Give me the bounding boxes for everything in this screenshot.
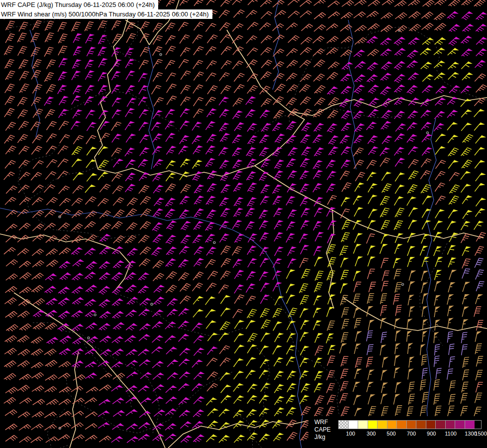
- cape-legend: WRF CAPE J/kg 10030050070090011001300150…: [308, 416, 487, 448]
- legend-color-cell: [455, 421, 465, 429]
- legend-title: WRF CAPE J/kg: [308, 416, 338, 448]
- legend-value: 1100: [445, 431, 457, 437]
- legend-value: 300: [367, 431, 376, 437]
- legend-color-cell: [465, 421, 475, 429]
- legend-color-cell: [397, 421, 407, 429]
- legend-value: 700: [407, 431, 416, 437]
- legend-color-cell: [416, 421, 426, 429]
- legend-labels: 100300500700900110013001500: [338, 431, 482, 438]
- legend-value: 500: [387, 431, 395, 437]
- legend-color-cell: [436, 421, 446, 429]
- legend-title-line: WRF: [314, 419, 338, 426]
- weather-map-page: WRF CAPE (J/kg) Thursday 06-11-2025 06:0…: [0, 0, 487, 448]
- weather-map-canvas: [0, 0, 487, 448]
- legend-value: 100: [346, 431, 355, 437]
- legend-color-cell: [378, 421, 388, 429]
- legend-title-line: J/kg: [314, 434, 338, 441]
- legend-title-line: CAPE: [314, 426, 338, 434]
- legend-color-cell: [407, 421, 417, 429]
- legend-scale: 100300500700900110013001500: [338, 416, 482, 448]
- legend-value: 1500: [475, 431, 487, 437]
- legend-swatches: [338, 420, 482, 429]
- legend-color-cell: [349, 421, 359, 429]
- legend-color-cell: [358, 421, 368, 429]
- header-shear-title: WRF Wind shear (m/s) 500/1000hPa Thursda…: [0, 9, 212, 19]
- legend-color-cell: [426, 421, 436, 429]
- legend-color-cell: [388, 421, 397, 429]
- legend-color-cell: [446, 421, 456, 429]
- legend-color-cell: [368, 421, 378, 429]
- legend-value: 900: [427, 431, 436, 437]
- legend-color-cell: [339, 421, 349, 429]
- header-cape-title: WRF CAPE (J/kg) Thursday 06-11-2025 06:0…: [0, 0, 158, 9]
